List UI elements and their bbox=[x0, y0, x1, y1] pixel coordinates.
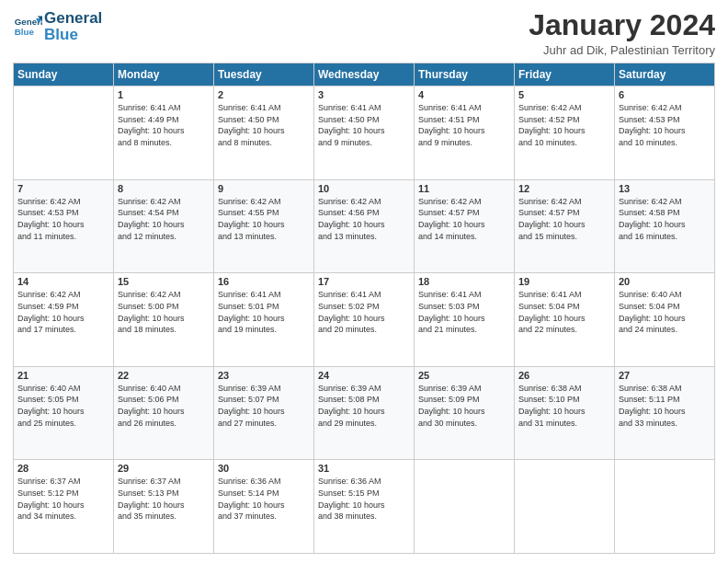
calendar-cell: 19Sunrise: 6:41 AM Sunset: 5:04 PM Dayli… bbox=[515, 273, 615, 367]
day-info: Sunrise: 6:41 AM Sunset: 5:01 PM Dayligh… bbox=[218, 289, 310, 335]
day-number: 10 bbox=[318, 183, 410, 194]
day-info: Sunrise: 6:42 AM Sunset: 5:00 PM Dayligh… bbox=[118, 289, 210, 335]
day-number: 14 bbox=[17, 276, 109, 287]
calendar-cell: 20Sunrise: 6:40 AM Sunset: 5:04 PM Dayli… bbox=[615, 273, 715, 367]
day-info: Sunrise: 6:37 AM Sunset: 5:13 PM Dayligh… bbox=[118, 476, 210, 522]
day-info: Sunrise: 6:39 AM Sunset: 5:09 PM Dayligh… bbox=[418, 383, 510, 429]
calendar-cell bbox=[515, 460, 615, 554]
day-info: Sunrise: 6:41 AM Sunset: 5:03 PM Dayligh… bbox=[418, 289, 510, 335]
day-info: Sunrise: 6:41 AM Sunset: 4:50 PM Dayligh… bbox=[218, 102, 310, 148]
day-info: Sunrise: 6:42 AM Sunset: 4:54 PM Dayligh… bbox=[118, 196, 210, 242]
day-number: 28 bbox=[17, 463, 109, 474]
calendar-cell: 31Sunrise: 6:36 AM Sunset: 5:15 PM Dayli… bbox=[314, 460, 415, 554]
title-block: January 2024 Juhr ad Dik, Palestinian Te… bbox=[529, 9, 715, 57]
column-header-tuesday: Tuesday bbox=[214, 63, 314, 86]
day-info: Sunrise: 6:42 AM Sunset: 4:58 PM Dayligh… bbox=[619, 196, 711, 242]
day-number: 6 bbox=[619, 89, 711, 100]
month-title: January 2024 bbox=[529, 9, 715, 41]
calendar-cell: 27Sunrise: 6:38 AM Sunset: 5:11 PM Dayli… bbox=[615, 366, 715, 460]
calendar-cell: 2Sunrise: 6:41 AM Sunset: 4:50 PM Daylig… bbox=[214, 86, 314, 180]
day-number: 26 bbox=[518, 370, 610, 381]
day-info: Sunrise: 6:36 AM Sunset: 5:15 PM Dayligh… bbox=[318, 476, 410, 522]
day-info: Sunrise: 6:41 AM Sunset: 4:50 PM Dayligh… bbox=[318, 102, 410, 148]
day-number: 25 bbox=[418, 370, 510, 381]
calendar-table: SundayMondayTuesdayWednesdayThursdayFrid… bbox=[13, 63, 715, 554]
day-number: 19 bbox=[518, 276, 610, 287]
day-number: 11 bbox=[418, 183, 510, 194]
calendar-cell: 24Sunrise: 6:39 AM Sunset: 5:08 PM Dayli… bbox=[314, 366, 415, 460]
calendar-cell: 4Sunrise: 6:41 AM Sunset: 4:51 PM Daylig… bbox=[415, 86, 515, 180]
day-info: Sunrise: 6:40 AM Sunset: 5:04 PM Dayligh… bbox=[619, 289, 711, 335]
calendar-week-row: 7Sunrise: 6:42 AM Sunset: 4:53 PM Daylig… bbox=[14, 179, 715, 273]
day-info: Sunrise: 6:41 AM Sunset: 4:51 PM Dayligh… bbox=[418, 102, 510, 148]
column-header-wednesday: Wednesday bbox=[314, 63, 415, 86]
day-info: Sunrise: 6:41 AM Sunset: 5:02 PM Dayligh… bbox=[318, 289, 410, 335]
calendar-cell bbox=[415, 460, 515, 554]
day-number: 29 bbox=[118, 463, 210, 474]
column-header-saturday: Saturday bbox=[615, 63, 715, 86]
calendar-week-row: 21Sunrise: 6:40 AM Sunset: 5:05 PM Dayli… bbox=[14, 366, 715, 460]
day-number: 4 bbox=[418, 89, 510, 100]
calendar-week-row: 1Sunrise: 6:41 AM Sunset: 4:49 PM Daylig… bbox=[14, 86, 715, 180]
calendar-cell: 28Sunrise: 6:37 AM Sunset: 5:12 PM Dayli… bbox=[14, 460, 114, 554]
day-number: 2 bbox=[218, 89, 310, 100]
day-info: Sunrise: 6:42 AM Sunset: 4:57 PM Dayligh… bbox=[418, 196, 510, 242]
svg-text:Blue: Blue bbox=[15, 26, 35, 36]
day-number: 30 bbox=[218, 463, 310, 474]
calendar-week-row: 28Sunrise: 6:37 AM Sunset: 5:12 PM Dayli… bbox=[14, 460, 715, 554]
day-info: Sunrise: 6:42 AM Sunset: 4:55 PM Dayligh… bbox=[218, 196, 310, 242]
day-info: Sunrise: 6:41 AM Sunset: 4:49 PM Dayligh… bbox=[118, 102, 210, 148]
day-number: 8 bbox=[118, 183, 210, 194]
day-number: 3 bbox=[318, 89, 410, 100]
calendar-cell: 18Sunrise: 6:41 AM Sunset: 5:03 PM Dayli… bbox=[415, 273, 515, 367]
day-number: 22 bbox=[118, 370, 210, 381]
day-info: Sunrise: 6:42 AM Sunset: 4:53 PM Dayligh… bbox=[17, 196, 109, 242]
calendar-cell: 16Sunrise: 6:41 AM Sunset: 5:01 PM Dayli… bbox=[214, 273, 314, 367]
day-number: 18 bbox=[418, 276, 510, 287]
day-info: Sunrise: 6:36 AM Sunset: 5:14 PM Dayligh… bbox=[218, 476, 310, 522]
calendar-cell bbox=[14, 86, 114, 180]
day-info: Sunrise: 6:39 AM Sunset: 5:07 PM Dayligh… bbox=[218, 383, 310, 429]
logo: General Blue General Blue bbox=[13, 9, 102, 43]
calendar-cell: 7Sunrise: 6:42 AM Sunset: 4:53 PM Daylig… bbox=[14, 179, 114, 273]
day-number: 16 bbox=[218, 276, 310, 287]
calendar-cell: 29Sunrise: 6:37 AM Sunset: 5:13 PM Dayli… bbox=[114, 460, 214, 554]
day-info: Sunrise: 6:40 AM Sunset: 5:06 PM Dayligh… bbox=[118, 383, 210, 429]
calendar-cell: 22Sunrise: 6:40 AM Sunset: 5:06 PM Dayli… bbox=[114, 366, 214, 460]
calendar-cell: 6Sunrise: 6:42 AM Sunset: 4:53 PM Daylig… bbox=[615, 86, 715, 180]
calendar-cell: 9Sunrise: 6:42 AM Sunset: 4:55 PM Daylig… bbox=[214, 179, 314, 273]
day-number: 1 bbox=[118, 89, 210, 100]
column-header-friday: Friday bbox=[515, 63, 615, 86]
day-number: 24 bbox=[318, 370, 410, 381]
page-header: General Blue General Blue January 2024 J… bbox=[13, 9, 715, 57]
calendar-cell: 21Sunrise: 6:40 AM Sunset: 5:05 PM Dayli… bbox=[14, 366, 114, 460]
column-header-sunday: Sunday bbox=[14, 63, 114, 86]
day-number: 5 bbox=[518, 89, 610, 100]
day-info: Sunrise: 6:40 AM Sunset: 5:05 PM Dayligh… bbox=[17, 383, 109, 429]
day-number: 7 bbox=[17, 183, 109, 194]
day-info: Sunrise: 6:42 AM Sunset: 4:57 PM Dayligh… bbox=[518, 196, 610, 242]
calendar-cell: 25Sunrise: 6:39 AM Sunset: 5:09 PM Dayli… bbox=[415, 366, 515, 460]
day-number: 15 bbox=[118, 276, 210, 287]
column-header-monday: Monday bbox=[114, 63, 214, 86]
day-number: 20 bbox=[619, 276, 711, 287]
day-number: 27 bbox=[619, 370, 711, 381]
calendar-cell bbox=[615, 460, 715, 554]
day-info: Sunrise: 6:37 AM Sunset: 5:12 PM Dayligh… bbox=[17, 476, 109, 522]
calendar-cell: 23Sunrise: 6:39 AM Sunset: 5:07 PM Dayli… bbox=[214, 366, 314, 460]
calendar-week-row: 14Sunrise: 6:42 AM Sunset: 4:59 PM Dayli… bbox=[14, 273, 715, 367]
calendar-cell: 3Sunrise: 6:41 AM Sunset: 4:50 PM Daylig… bbox=[314, 86, 415, 180]
logo-icon: General Blue bbox=[13, 12, 42, 41]
day-number: 21 bbox=[17, 370, 109, 381]
day-info: Sunrise: 6:39 AM Sunset: 5:08 PM Dayligh… bbox=[318, 383, 410, 429]
location-subtitle: Juhr ad Dik, Palestinian Territory bbox=[529, 43, 715, 57]
calendar-cell: 11Sunrise: 6:42 AM Sunset: 4:57 PM Dayli… bbox=[415, 179, 515, 273]
calendar-header-row: SundayMondayTuesdayWednesdayThursdayFrid… bbox=[14, 63, 715, 86]
calendar-page: General Blue General Blue January 2024 J… bbox=[0, 0, 728, 563]
day-number: 23 bbox=[218, 370, 310, 381]
day-number: 31 bbox=[318, 463, 410, 474]
day-number: 17 bbox=[318, 276, 410, 287]
day-info: Sunrise: 6:38 AM Sunset: 5:10 PM Dayligh… bbox=[518, 383, 610, 429]
day-number: 13 bbox=[619, 183, 711, 194]
day-info: Sunrise: 6:42 AM Sunset: 4:53 PM Dayligh… bbox=[619, 102, 711, 148]
